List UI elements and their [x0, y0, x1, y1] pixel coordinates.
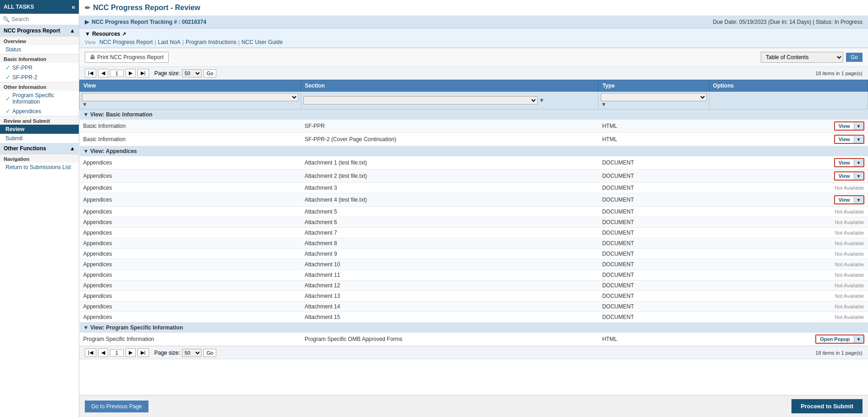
- filter-type-icon[interactable]: ▼: [601, 101, 606, 108]
- filter-section-select[interactable]: [303, 96, 538, 104]
- resource-link-program-instructions[interactable]: Program Instructions: [186, 39, 236, 45]
- view-dropdown-att1[interactable]: View ▼: [834, 158, 864, 167]
- filter-type-select[interactable]: [601, 93, 706, 101]
- first-page-button-bottom[interactable]: |◀: [85, 348, 96, 357]
- sidebar-item-return-submissions[interactable]: Return to Submissions List: [0, 163, 79, 172]
- row-section: Attachment 1 (test file.txt): [301, 156, 599, 170]
- go-to-previous-page-button[interactable]: Go to Previous Page: [85, 401, 148, 412]
- pagination-bar-bottom: |◀ ◀ ▶ ▶| Page size: 50 25 100 Go 18 ite…: [79, 346, 868, 359]
- proceed-to-submit-button[interactable]: Proceed to Submit: [791, 399, 863, 413]
- row-section: Attachment 8: [301, 238, 599, 249]
- collapse-icon-resources[interactable]: ▼: [85, 31, 90, 37]
- view-dropdown-att4[interactable]: View ▼: [834, 195, 864, 204]
- table-row: Appendices Attachment 15 DOCUMENT Not Av…: [80, 312, 868, 323]
- view-dropdown-att2[interactable]: View ▼: [834, 171, 864, 181]
- table-header-row: View Section Type Options: [80, 80, 868, 92]
- page-number-input[interactable]: [110, 70, 124, 77]
- tracking-right: Due Date: 05/19/2023 (Due In: 14 Days) |…: [713, 19, 863, 25]
- view-dropdown-arrow-icon: ▼: [854, 159, 863, 166]
- row-type: DOCUMENT: [599, 193, 709, 207]
- section-header-label: View: Basic Information: [90, 111, 153, 118]
- section-header-cell: ▼ View: Basic Information: [80, 110, 868, 120]
- page-size-select-bottom[interactable]: 50 25 100: [182, 349, 202, 357]
- row-options: Not Available: [709, 183, 868, 193]
- page-size-go-button[interactable]: Go: [203, 69, 217, 77]
- last-page-button-bottom[interactable]: ▶|: [137, 348, 149, 357]
- toc-go-button[interactable]: Go: [846, 53, 863, 62]
- sidebar-item-sf-ppr-2[interactable]: ✓ SF-PPR-2: [0, 72, 79, 82]
- section-header-program-specific: ▼ View: Program Specific Information: [80, 323, 868, 333]
- sidebar-item-program-specific[interactable]: ✓ Program Specific Information: [0, 91, 79, 106]
- external-link-icon: ↗: [122, 31, 126, 37]
- row-view: Appendices: [80, 183, 301, 193]
- table-row: Appendices Attachment 13 DOCUMENT Not Av…: [80, 291, 868, 302]
- prev-page-button[interactable]: ◀: [98, 69, 108, 77]
- all-tasks-label: ALL TASKS: [4, 4, 34, 10]
- collapse-sidebar-icon[interactable]: «: [71, 3, 75, 11]
- pagination-info-top: 18 items in 1 page(s): [815, 71, 863, 76]
- sidebar-item-status[interactable]: Status: [0, 45, 79, 54]
- filter-view-select[interactable]: [82, 93, 298, 101]
- sidebar-category-other-information: Other Information: [0, 82, 79, 91]
- print-button[interactable]: 🖶 Print NCC Progress Report: [85, 52, 169, 63]
- row-options: Not Available: [709, 238, 868, 249]
- view-dropdown-1[interactable]: View ▼: [834, 121, 864, 131]
- other-functions-collapse-icon: ▲: [70, 145, 75, 152]
- sidebar-category-overview: Overview: [0, 36, 79, 45]
- open-popup-dropdown[interactable]: Open Popup ▼: [815, 335, 864, 344]
- search-input[interactable]: [11, 16, 76, 22]
- view-label: View: [85, 39, 96, 45]
- col-header-view: View: [80, 80, 301, 92]
- page-number-input-bottom[interactable]: [110, 349, 124, 357]
- sidebar-item-sf-ppr[interactable]: ✓ SF-PPR: [0, 63, 79, 72]
- table-row: Appendices Attachment 12 DOCUMENT Not Av…: [80, 280, 868, 291]
- last-page-button[interactable]: ▶|: [137, 69, 149, 77]
- section-header-cell: ▼ View: Appendices: [80, 146, 868, 157]
- sidebar-item-appendices[interactable]: ✓ Appendices: [0, 106, 79, 116]
- sidebar-item-review[interactable]: Review: [0, 125, 79, 134]
- view-dropdown-arrow-icon: ▼: [854, 136, 863, 143]
- sidebar-section-ncc-progress-report[interactable]: NCC Progress Report ▲: [0, 25, 79, 36]
- not-available-label: Not Available: [835, 262, 864, 267]
- row-options: Not Available: [709, 259, 868, 270]
- page-size-go-button-bottom[interactable]: Go: [203, 349, 217, 357]
- first-page-button[interactable]: |◀: [85, 69, 96, 77]
- filter-section-icon[interactable]: ▼: [539, 97, 544, 104]
- due-date-status: Due Date: 05/19/2023 (Due In: 14 Days) |…: [713, 19, 863, 25]
- not-available-label: Not Available: [835, 230, 864, 236]
- view-dropdown-2[interactable]: View ▼: [834, 135, 864, 144]
- view-dropdown-main-label: View: [835, 196, 854, 203]
- toc-select[interactable]: Table of Contents: [761, 52, 843, 63]
- row-options: Not Available: [709, 312, 868, 323]
- row-view: Appendices: [80, 312, 301, 323]
- row-options: Not Available: [709, 249, 868, 259]
- sidebar-other-functions[interactable]: Other Functions ▲: [0, 143, 79, 154]
- col-header-options: Options: [709, 80, 868, 92]
- filter-view-icon[interactable]: ▼: [82, 101, 88, 108]
- row-options: View ▼: [709, 133, 868, 146]
- table-row: Appendices Attachment 14 DOCUMENT Not Av…: [80, 302, 868, 312]
- sidebar-item-submit[interactable]: Submit: [0, 134, 79, 143]
- sidebar: ALL TASKS « 🔍 NCC Progress Report ▲ Over…: [0, 0, 79, 417]
- resource-link-ncc-progress-report[interactable]: NCC Progress Report: [99, 39, 153, 45]
- table-row: Appendices Attachment 3 DOCUMENT Not Ava…: [80, 183, 868, 193]
- next-page-button[interactable]: ▶: [126, 69, 136, 77]
- row-type: DOCUMENT: [599, 183, 709, 193]
- page-size-select[interactable]: 50 25 100: [182, 69, 202, 77]
- row-type: HTML: [599, 133, 709, 146]
- next-page-button-bottom[interactable]: ▶: [126, 348, 136, 357]
- sidebar-item-label: Appendices: [12, 108, 41, 115]
- resource-link-last-noa[interactable]: Last NoA: [158, 39, 180, 45]
- resource-link-ncc-user-guide[interactable]: NCC User Guide: [242, 39, 283, 45]
- tracking-expand-icon[interactable]: ▶: [85, 19, 89, 25]
- row-section: Attachment 14: [301, 302, 599, 312]
- view-dropdown-arrow-icon: ▼: [854, 173, 863, 180]
- sidebar-category-review-submit: Review and Submit: [0, 116, 79, 125]
- prev-page-button-bottom[interactable]: ◀: [98, 348, 108, 357]
- view-dropdown-main-label: View: [835, 122, 854, 130]
- row-type: DOCUMENT: [599, 270, 709, 280]
- row-type: DOCUMENT: [599, 259, 709, 270]
- row-view: Appendices: [80, 270, 301, 280]
- separator-3: |: [238, 39, 240, 45]
- row-type: DOCUMENT: [599, 302, 709, 312]
